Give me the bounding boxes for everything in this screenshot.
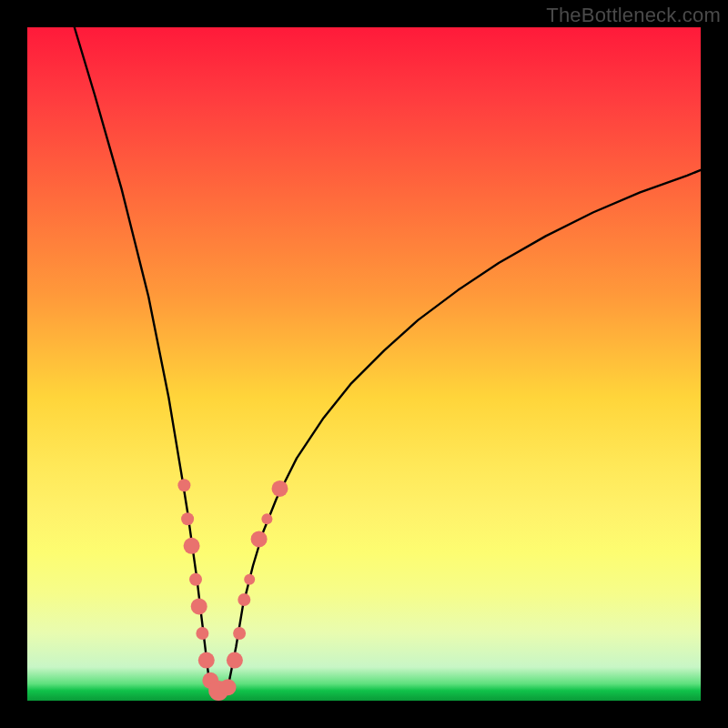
data-dot	[181, 512, 194, 525]
data-dot	[227, 652, 243, 669]
data-dot	[272, 480, 288, 497]
bottleneck-curve	[75, 27, 701, 691]
data-dot	[233, 627, 246, 640]
data-dot	[177, 479, 190, 491]
data-dot	[196, 627, 208, 640]
data-dot	[220, 679, 237, 695]
data-dot	[251, 531, 268, 547]
data-dot	[189, 573, 202, 586]
data-dot	[184, 538, 200, 554]
data-dot	[261, 513, 272, 524]
data-dot	[191, 598, 207, 614]
plot-area	[27, 27, 701, 701]
chart-frame: TheBottleneck.com	[0, 0, 728, 728]
data-dot	[198, 652, 215, 669]
watermark-text: TheBottleneck.com	[546, 4, 721, 27]
data-dot	[238, 593, 250, 606]
data-dot	[244, 574, 255, 585]
curve-layer	[27, 27, 701, 701]
